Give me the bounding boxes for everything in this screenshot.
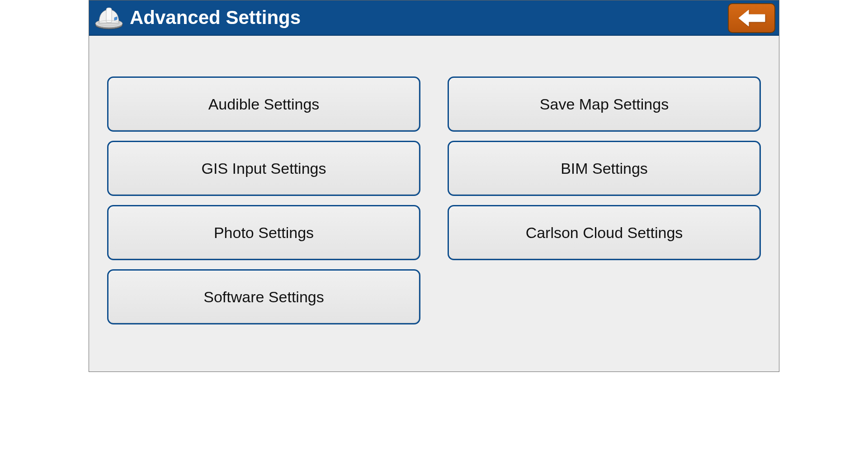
bim-settings-button[interactable]: BIM Settings [448, 141, 761, 196]
carlson-cloud-settings-button[interactable]: Carlson Cloud Settings [448, 205, 761, 260]
right-column: Save Map SettingsBIM SettingsCarlson Clo… [448, 76, 761, 353]
header-bar: Advanced Settings [89, 0, 779, 36]
gis-input-settings-button[interactable]: GIS Input Settings [107, 141, 420, 196]
button-label: GIS Input Settings [202, 160, 326, 177]
back-button[interactable] [728, 3, 775, 33]
page-title: Advanced Settings [130, 7, 301, 29]
button-label: BIM Settings [561, 160, 648, 177]
hardhat-icon [94, 4, 124, 31]
button-label: Audible Settings [208, 95, 320, 113]
button-label: Save Map Settings [540, 95, 669, 113]
button-label: Software Settings [203, 288, 324, 306]
save-map-settings-button[interactable]: Save Map Settings [448, 76, 761, 132]
photo-settings-button[interactable]: Photo Settings [107, 205, 420, 260]
content-area: Audible SettingsGIS Input SettingsPhoto … [89, 36, 779, 372]
left-column: Audible SettingsGIS Input SettingsPhoto … [107, 76, 420, 353]
audible-settings-button[interactable]: Audible Settings [107, 76, 420, 132]
software-settings-button[interactable]: Software Settings [107, 269, 420, 324]
button-label: Carlson Cloud Settings [526, 224, 683, 242]
button-label: Photo Settings [214, 224, 314, 242]
back-arrow-icon [736, 8, 768, 28]
